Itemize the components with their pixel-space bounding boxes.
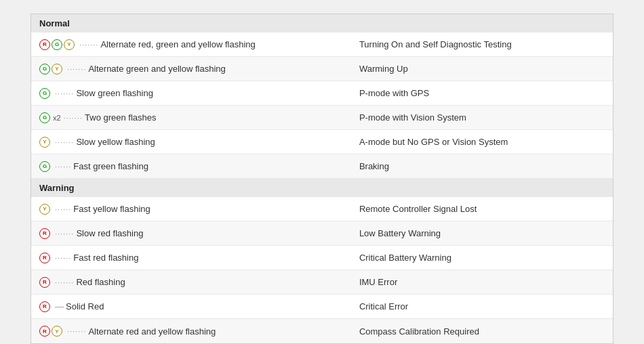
separator: ······ [55,205,71,213]
led-group: RY [39,326,62,337]
separator: — [55,301,64,311]
led-indicator-cell: G x2 ·······Two green flashes [31,108,351,127]
led-meaning: P-mode with Vision System [351,108,613,127]
separator: ······· [55,89,74,98]
led-green: G [39,112,50,123]
led-indicator-cell: Y ······Fast yellow flashing [31,200,351,219]
table-row: RY ·······Alternate red and yellow flash… [31,319,613,343]
led-red: R [39,277,50,288]
led-group: R [39,253,50,263]
led-green: G [39,88,50,99]
led-meaning: Compass Calibration Required [351,322,613,341]
separator: ······· [67,65,86,73]
led-meaning: A-mode but No GPS or Vision System [351,133,613,151]
led-red: R [39,39,50,50]
table-row: G ······Fast green flashingBraking [31,154,613,179]
led-red: R [39,228,50,239]
led-meaning: Remote Controller Signal Lost [351,200,613,218]
led-description: Red flashing [76,277,125,287]
separator: ······· [55,138,74,146]
led-description: Fast red flashing [73,253,138,263]
led-meaning: P-mode with GPS [351,84,613,102]
led-indicator-cell: RY ·······Alternate red and yellow flash… [31,322,351,341]
led-meaning: Critical Battery Warning [351,249,613,267]
led-description: Alternate red and yellow flashing [88,326,216,337]
separator: ······ [55,163,71,171]
led-indicator-cell: RGY ·······Alternate red, green and yell… [31,35,351,54]
table-row: R ·······Red flashingIMU Error [31,270,613,295]
x2-label: x2 [53,114,61,122]
separator: ······ [55,254,71,262]
led-indicator-cell: Y ·······Slow yellow flashing [31,133,351,152]
led-yellow: Y [39,204,50,215]
table-row: G ·······Slow green flashingP-mode with … [31,81,613,106]
led-indicator-cell: GY ·······Alternate green and yellow fla… [31,60,351,79]
led-group: R [39,301,50,312]
led-yellow: Y [64,39,75,50]
section-header-warning: Warning [31,179,613,197]
led-group: Y [39,137,50,148]
led-description: Alternate red, green and yellow flashing [100,39,255,49]
led-indicator-cell: R — Solid Red [31,297,351,316]
table-row: RGY ·······Alternate red, green and yell… [31,33,613,57]
led-group: RGY [39,39,75,50]
led-description: Fast green flashing [73,161,148,171]
led-meaning: Warming Up [351,60,613,78]
led-group: R [39,277,50,288]
led-red: R [39,253,50,263]
led-indicator-cell: R ·······Red flashing [31,273,351,292]
led-group: Y [39,204,50,215]
led-description: Solid Red [66,301,104,311]
led-indicator-cell: G ·······Slow green flashing [31,84,351,103]
led-status-table: NormalRGY ·······Alternate red, green an… [31,14,613,344]
led-indicator-cell: G ······Fast green flashing [31,157,351,176]
table-row: R ······Fast red flashingCritical Batter… [31,246,613,270]
led-meaning: Critical Error [351,297,613,316]
led-yellow: Y [52,64,62,74]
led-description: Two green flashes [85,112,157,123]
led-description: Alternate green and yellow flashing [88,64,225,74]
section-header-normal: Normal [31,14,613,33]
led-indicator-cell: R ·······Slow red flashing [31,224,351,243]
led-green: G [39,64,50,74]
led-yellow: Y [52,326,62,337]
led-group: G [39,112,50,123]
separator: ······· [79,41,98,49]
led-red: R [39,301,50,312]
table-row: R ·······Slow red flashingLow Battery Wa… [31,221,613,246]
separator: ······· [55,278,74,286]
led-meaning: IMU Error [351,273,613,291]
led-meaning: Braking [351,157,613,175]
led-group: G [39,161,50,172]
led-group: GY [39,64,62,74]
led-yellow: Y [39,137,50,148]
led-description: Slow yellow flashing [76,137,155,147]
led-description: Slow green flashing [76,88,153,98]
led-red: R [39,326,50,337]
separator: ······· [67,327,86,335]
table-row: Y ······Fast yellow flashingRemote Contr… [31,197,613,221]
table-row: G x2 ·······Two green flashesP-mode with… [31,106,613,130]
led-group: G [39,88,50,99]
led-green: G [52,39,62,50]
table-row: Y ·······Slow yellow flashingA-mode but … [31,130,613,154]
led-group: R [39,228,50,239]
led-meaning: Low Battery Warning [351,224,613,242]
table-row: GY ·······Alternate green and yellow fla… [31,57,613,81]
separator: ······· [64,114,83,122]
led-green: G [39,161,50,172]
led-meaning: Turning On and Self Diagnostic Testing [351,35,613,53]
table-row: R — Solid RedCritical Error [31,295,613,319]
led-description: Slow red flashing [76,228,143,238]
led-indicator-cell: R ······Fast red flashing [31,249,351,267]
led-description: Fast yellow flashing [73,204,150,214]
separator: ······· [55,230,74,238]
